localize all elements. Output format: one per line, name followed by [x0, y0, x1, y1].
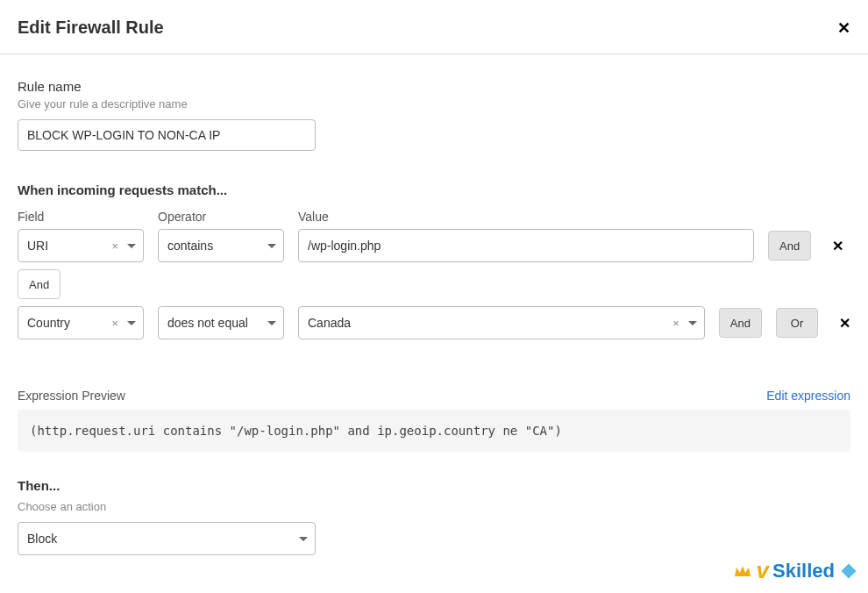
action-hint: Choose an action	[18, 500, 850, 513]
value-header: Value	[298, 210, 850, 224]
rule-name-hint: Give your rule a descriptive name	[18, 97, 850, 111]
field-select[interactable]: Country ×	[18, 306, 144, 339]
value-select[interactable]: Canada ×	[298, 306, 705, 339]
connector-and-button[interactable]: And	[18, 269, 60, 299]
chevron-down-icon	[127, 321, 136, 325]
and-button[interactable]: And	[768, 231, 811, 261]
operator-select[interactable]: does not equal	[158, 306, 284, 339]
operator-select[interactable]: contains	[158, 229, 284, 262]
chevron-down-icon	[127, 244, 136, 248]
operator-select-value: contains	[167, 239, 264, 253]
match-title: When incoming requests match...	[18, 182, 850, 197]
rule-row: URI × contains And ✕	[18, 229, 850, 262]
chevron-down-icon	[688, 321, 697, 325]
action-select-value: Block	[27, 532, 295, 546]
clear-icon[interactable]: ×	[672, 317, 679, 330]
value-select-value: Canada	[308, 316, 672, 330]
rule-name-input[interactable]	[18, 119, 316, 151]
field-select-value: URI	[27, 239, 111, 253]
chevron-down-icon	[267, 244, 276, 248]
field-select-value: Country	[27, 316, 111, 330]
close-icon[interactable]: ✕	[837, 18, 850, 38]
then-title: Then...	[18, 478, 850, 493]
page-title: Edit Firewall Rule	[18, 18, 164, 38]
rule-name-label: Rule name	[18, 79, 850, 94]
expression-preview-label: Expression Preview	[18, 389, 125, 403]
clear-icon[interactable]: ×	[111, 317, 118, 330]
or-button[interactable]: Or	[776, 308, 818, 338]
field-header: Field	[18, 210, 144, 224]
and-button[interactable]: And	[719, 308, 762, 338]
expression-preview-box: (http.request.uri contains "/wp-login.ph…	[18, 410, 850, 452]
field-select[interactable]: URI ×	[18, 229, 144, 262]
remove-row-icon[interactable]: ✕	[832, 238, 843, 254]
remove-row-icon[interactable]: ✕	[839, 315, 850, 332]
operator-select-value: does not equal	[167, 316, 264, 330]
chevron-down-icon	[267, 321, 276, 325]
rule-row: Country × does not equal Canada × And Or…	[18, 306, 850, 339]
action-select[interactable]: Block	[18, 522, 316, 555]
edit-expression-link[interactable]: Edit expression	[766, 389, 850, 403]
value-input[interactable]	[298, 229, 754, 262]
operator-header: Operator	[158, 210, 284, 224]
clear-icon[interactable]: ×	[111, 239, 118, 253]
chevron-down-icon	[299, 537, 308, 541]
